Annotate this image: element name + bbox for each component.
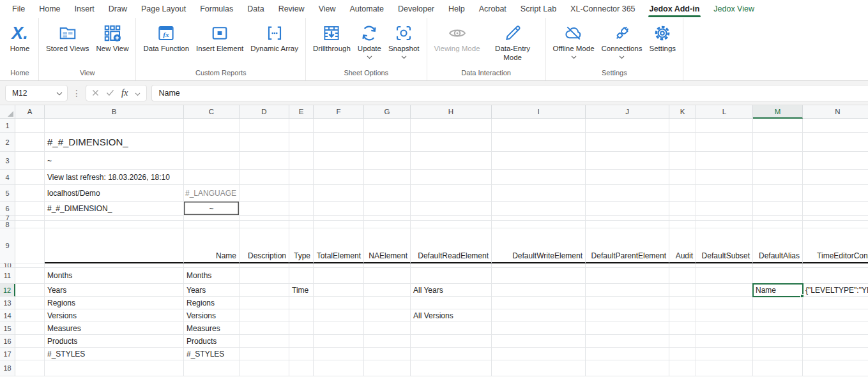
insert-function-icon[interactable]: fx: [121, 88, 128, 98]
menu-tab-xl-connector-365[interactable]: XL-Connector 365: [563, 0, 642, 18]
cell-H8[interactable]: [411, 221, 492, 228]
cell-A14[interactable]: [15, 309, 45, 322]
row-header-8[interactable]: 8: [0, 221, 15, 228]
cell-C17[interactable]: #_STYLES: [184, 348, 240, 360]
cell-J17[interactable]: [586, 348, 669, 360]
cell-B2[interactable]: #_#_DIMENSION_: [45, 133, 184, 152]
cell-A16[interactable]: [15, 335, 45, 348]
data-entry-mode-button[interactable]: Data-Entry Mode: [485, 21, 541, 63]
cell-H14[interactable]: All Versions: [411, 309, 492, 322]
cell-N18[interactable]: [803, 360, 868, 376]
cell-F16[interactable]: [314, 335, 364, 348]
cell-J10[interactable]: [586, 263, 669, 268]
cell-B17[interactable]: #_STYLES: [45, 348, 184, 360]
cell-N12[interactable]: {"LEVELTYPE":"YE: [803, 284, 868, 297]
cell-C5[interactable]: #_LANGUAGE: [184, 185, 240, 202]
cell-E4[interactable]: [289, 170, 314, 185]
cell-I7[interactable]: [492, 216, 586, 221]
cell-F1[interactable]: [314, 119, 364, 133]
cell-M2[interactable]: [753, 133, 803, 152]
cell-K5[interactable]: [669, 185, 696, 202]
cell-H11[interactable]: [411, 268, 492, 284]
cell-K11[interactable]: [669, 268, 696, 284]
cell-C9[interactable]: Name: [184, 228, 240, 263]
cell-K14[interactable]: [669, 309, 696, 322]
cell-I15[interactable]: [492, 322, 586, 335]
cell-N7[interactable]: [803, 216, 868, 221]
menu-tab-developer[interactable]: Developer: [391, 0, 441, 18]
cell-K4[interactable]: [669, 170, 696, 185]
menu-tab-script-lab[interactable]: Script Lab: [514, 0, 563, 18]
cell-C16[interactable]: Products: [184, 335, 240, 348]
cell-E1[interactable]: [289, 119, 314, 133]
cell-L17[interactable]: [696, 348, 753, 360]
row-header-16[interactable]: 16: [0, 335, 15, 348]
cell-A9[interactable]: [15, 228, 45, 263]
cell-M12[interactable]: Name: [753, 284, 803, 297]
column-header-I[interactable]: I: [492, 105, 586, 119]
drillthrough-button[interactable]: Drillthrough: [310, 21, 353, 54]
cell-E15[interactable]: [289, 322, 314, 335]
snapshot-button[interactable]: Snapshot: [386, 21, 422, 60]
cell-K15[interactable]: [669, 322, 696, 335]
cell-I5[interactable]: [492, 185, 586, 202]
cell-M17[interactable]: [753, 348, 803, 360]
dynamic-array-button[interactable]: Dynamic Array: [248, 21, 301, 54]
cell-B1[interactable]: [45, 119, 184, 133]
cell-N8[interactable]: [803, 221, 868, 228]
cell-C14[interactable]: Versions: [184, 309, 240, 322]
cell-N5[interactable]: [803, 185, 868, 202]
cell-B5[interactable]: localhost/Demo: [45, 185, 184, 202]
row-header-7[interactable]: 7: [0, 216, 15, 221]
chevron-down-icon[interactable]: [367, 55, 372, 59]
menu-tab-data[interactable]: Data: [240, 0, 271, 18]
cell-N16[interactable]: [803, 335, 868, 348]
formula-input[interactable]: Name: [151, 85, 868, 101]
new-view-button[interactable]: New View: [94, 21, 132, 54]
cell-M5[interactable]: [753, 185, 803, 202]
cell-B15[interactable]: Measures: [45, 322, 184, 335]
cell-A17[interactable]: [15, 348, 45, 360]
cell-K13[interactable]: [669, 297, 696, 309]
data-function-button[interactable]: fxData Function: [141, 21, 192, 54]
cell-B6[interactable]: #_#_DIMENSION_: [45, 202, 184, 216]
chevron-down-icon[interactable]: [401, 55, 407, 59]
cell-B14[interactable]: Versions: [45, 309, 184, 322]
cell-G1[interactable]: [364, 119, 411, 133]
cell-H18[interactable]: [411, 360, 492, 376]
cell-F11[interactable]: [314, 268, 364, 284]
cell-N6[interactable]: [803, 202, 868, 216]
cell-J13[interactable]: [586, 297, 669, 309]
cell-I1[interactable]: [492, 119, 586, 133]
cell-K9[interactable]: Audit: [669, 228, 696, 263]
cell-M1[interactable]: [753, 119, 803, 133]
chevron-down-icon[interactable]: [56, 89, 63, 98]
cell-G7[interactable]: [364, 216, 411, 221]
row-header-1[interactable]: 1: [0, 119, 15, 133]
cell-D11[interactable]: [240, 268, 289, 284]
cell-J18[interactable]: [586, 360, 669, 376]
cell-I6[interactable]: [492, 202, 586, 216]
cell-K10[interactable]: [669, 263, 696, 268]
menu-tab-help[interactable]: Help: [441, 0, 472, 18]
menu-tab-jedox-add-in[interactable]: Jedox Add-in: [643, 0, 707, 18]
cell-K18[interactable]: [669, 360, 696, 376]
column-header-M[interactable]: M: [753, 105, 803, 119]
cell-G18[interactable]: [364, 360, 411, 376]
cell-B12[interactable]: Years: [45, 284, 184, 297]
menu-tab-review[interactable]: Review: [271, 0, 312, 18]
cell-A15[interactable]: [15, 322, 45, 335]
cell-F14[interactable]: [314, 309, 364, 322]
cell-M11[interactable]: [753, 268, 803, 284]
cell-K1[interactable]: [669, 119, 696, 133]
cell-K17[interactable]: [669, 348, 696, 360]
cell-A4[interactable]: [15, 170, 45, 185]
fill-handle[interactable]: [800, 294, 804, 298]
cell-K8[interactable]: [669, 221, 696, 228]
cell-H7[interactable]: [411, 216, 492, 221]
cell-I17[interactable]: [492, 348, 586, 360]
update-button[interactable]: Update: [355, 21, 384, 60]
row-header-2[interactable]: 2: [0, 133, 15, 152]
cell-E17[interactable]: [289, 348, 314, 360]
row-header-15[interactable]: 15: [0, 322, 15, 335]
